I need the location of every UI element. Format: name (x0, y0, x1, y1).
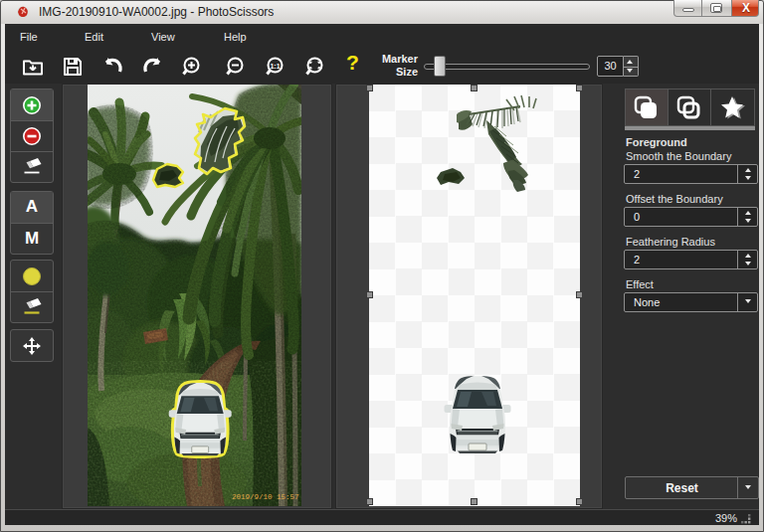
svg-text:2019/9/10 15:57: 2019/9/10 15:57 (232, 493, 299, 501)
svg-text:1:1: 1:1 (270, 63, 280, 70)
